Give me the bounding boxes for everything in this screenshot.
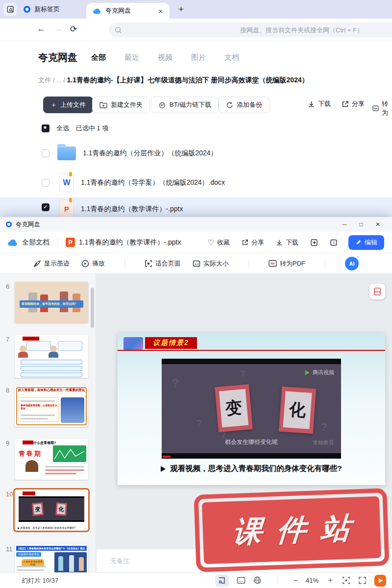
zoom-in-button[interactable]: ＋: [326, 575, 334, 586]
thumb-number: 9: [6, 440, 9, 447]
new-tab-button[interactable]: +: [178, 4, 184, 15]
floating-ppt-button[interactable]: PPT: [369, 284, 385, 299]
video-watermark: 腾讯视频: [304, 369, 334, 376]
download-label: 下载: [318, 99, 331, 108]
share-button[interactable]: 分享: [242, 238, 264, 247]
file-name[interactable]: 1.1青春的邀约（分层作业）（统编版2024）: [83, 149, 218, 158]
tab-close-icon[interactable]: ×: [158, 7, 163, 15]
maximize-button[interactable]: □: [353, 221, 369, 228]
file-row-folder[interactable]: 1.1青春的邀约（分层作业）（统编版2024）: [0, 139, 392, 168]
download-button[interactable]: 下载: [276, 238, 298, 247]
pdf-convert-icon: PDF: [269, 260, 277, 267]
favorite-label: 收藏: [217, 238, 230, 247]
new-folder-button[interactable]: 新建文件夹: [92, 97, 150, 113]
nav-tab-recent[interactable]: 最近: [124, 53, 139, 62]
row-checkbox-checked[interactable]: [42, 203, 49, 211]
feedback-button[interactable]: !: [330, 239, 338, 246]
window-title: 夸克网盘: [16, 220, 40, 229]
slide-thumb-7[interactable]: [15, 335, 88, 378]
breadcrumb-root[interactable]: 文件: [38, 76, 51, 84]
close-button[interactable]: ✕: [369, 221, 386, 228]
play-circle-icon: [81, 260, 89, 268]
workspace-icon[interactable]: [4, 3, 17, 16]
file-row-docx[interactable]: W 1.1青春的邀约（导学案）（统编版2024）.docx: [0, 168, 392, 197]
convert-pdf-action[interactable]: PDF 转为: [372, 99, 392, 117]
upload-button[interactable]: ＋ 上传文件: [43, 97, 93, 113]
backup-icon: [226, 101, 233, 109]
play-slideshow-button[interactable]: 播放: [81, 259, 105, 268]
selected-count: 已选中 1 项: [76, 124, 108, 133]
thumbnail-panel-toggle[interactable]: [215, 575, 229, 587]
show-ink-button[interactable]: 显示墨迹: [33, 259, 70, 268]
bt-download-button[interactable]: BT BT/磁力链下载: [151, 97, 219, 113]
zoom-out-button[interactable]: −: [294, 576, 298, 585]
zoom-level: 41%: [306, 577, 318, 584]
favorite-button[interactable]: ♡ 收藏: [208, 238, 230, 247]
search-bar[interactable]: [109, 23, 392, 37]
fit-screen-icon[interactable]: [342, 576, 350, 585]
actual-size-button[interactable]: 1:1 实际大小: [193, 259, 229, 268]
row-checkbox[interactable]: [42, 149, 49, 157]
share-action[interactable]: 分享: [342, 99, 365, 108]
notes-panel-toggle[interactable]: [237, 577, 245, 584]
file-name[interactable]: 1.1青春的邀约（教学课件）-.pptx: [81, 205, 183, 214]
ai-assistant-button[interactable]: AI: [345, 257, 359, 270]
nav-tab-video[interactable]: 视频: [158, 53, 172, 62]
convert-pdf-button[interactable]: PDF 转为PDF: [269, 259, 305, 268]
viewer-window: 夸克网盘 ─ □ ✕ 全部文档 P 1.1青春的邀约（教学课件）-.pptx ♡…: [0, 217, 392, 588]
convert-label: 转为: [382, 99, 392, 117]
actual-size-icon: 1:1: [193, 260, 200, 268]
translate-icon[interactable]: [253, 576, 262, 585]
nav-tab-all[interactable]: 全部: [91, 53, 106, 62]
present-play-button[interactable]: [374, 575, 386, 587]
browser-tab-new[interactable]: 新标签页: [17, 0, 67, 19]
plus-icon: ＋: [50, 100, 57, 109]
download-icon: [276, 239, 283, 246]
folder-icon: [57, 147, 76, 160]
window-titlebar[interactable]: 夸克网盘 ─ □ ✕: [0, 217, 392, 232]
thumb-number-selected: 10: [6, 490, 13, 498]
share-icon: [242, 239, 248, 246]
thumb-scrollbar[interactable]: [91, 288, 94, 328]
file-row-pptx[interactable]: P 1.1青春的邀约（教学课件）-.pptx: [0, 197, 392, 217]
add-backup-button[interactable]: 添加备份: [219, 97, 270, 113]
edit-button[interactable]: 编辑: [348, 235, 384, 250]
arrow-bullet-icon: [161, 466, 166, 472]
row-checkbox[interactable]: [42, 179, 49, 187]
breadcrumb-sep: /: [63, 76, 67, 84]
all-docs-tab[interactable]: 全部文档: [22, 238, 49, 247]
select-all-checkbox[interactable]: [42, 124, 49, 132]
fit-page-button[interactable]: 适合页面: [145, 259, 181, 268]
screen: 新标签页 夸克网盘 × + ← → ⟳ 夸克网盘 全部 最近 视频 图片 文档 …: [0, 0, 392, 588]
browser-tab-quark[interactable]: 夸克网盘 ×: [86, 3, 170, 19]
play-label: 播放: [92, 259, 105, 268]
select-all-label[interactable]: 全选: [56, 124, 69, 133]
nav-tab-doc[interactable]: 文档: [224, 53, 239, 62]
current-slide: 议题情景2 ? ? ? ? ? ? 腾讯视频 变 化 都会发生哪些变化呢: [118, 333, 385, 485]
file-name[interactable]: 1.1青春的邀约（导学案）（统编版2024）.docx: [81, 178, 225, 187]
quark-cloud-icon: [8, 239, 18, 246]
thumb-subtitle: ①身体外形的变化: [16, 552, 41, 557]
browser-navbar: ← → ⟳: [0, 19, 392, 41]
slide-thumb-10-selected[interactable]: 变 化 观看视频，思考进入青春期我们的身体变化有哪些?: [15, 490, 88, 531]
stamp-text: 课件站: [217, 508, 366, 553]
slide-video-player[interactable]: ? ? ? ? ? ? 腾讯视频 变 化 都会发生哪些变化呢 青柚教育: [162, 359, 341, 459]
slide-thumb-11[interactable]: 【笔记】1.青春期的身体发育变化有哪些? A.《生理变化》重点 ①身体外形的变化…: [15, 544, 88, 572]
nav-tab-image[interactable]: 图片: [191, 53, 206, 62]
slide-thumb-8[interactable]: 步入青春期，身体和心理会发生一些重要的变化 身体迅猛发育成熟，心理发生巨大变化: [15, 386, 88, 427]
doc-name-tab[interactable]: 1.1青春的邀约（教学课件）-.pptx: [79, 238, 181, 247]
upload-label: 上传文件: [60, 100, 86, 109]
minimize-button[interactable]: ─: [336, 221, 353, 228]
back-button[interactable]: ←: [37, 24, 46, 34]
slide-thumb-6[interactable]: 寒假刚刚结束，春节回来的你，有变化吗?: [15, 282, 88, 323]
download-action[interactable]: 下载: [308, 99, 331, 108]
refresh-button[interactable]: ⟳: [70, 24, 77, 34]
save-to-drive-button[interactable]: [310, 239, 318, 246]
search-input[interactable]: [109, 23, 392, 37]
divider: [277, 577, 278, 585]
forward-button[interactable]: →: [54, 24, 63, 34]
slide-thumb-9[interactable]: 什么是青春期? 青春期: [15, 439, 88, 480]
video-watermark-2: 青柚教育: [313, 439, 334, 446]
fullscreen-icon[interactable]: [358, 576, 367, 585]
breadcrumb-ellipsis[interactable]: ...: [56, 76, 62, 84]
